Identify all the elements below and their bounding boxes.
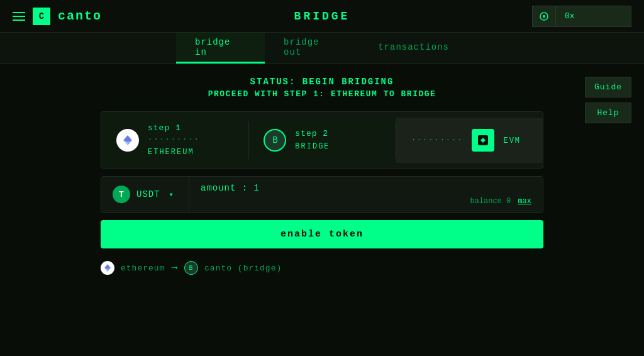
step3-dots-info: ·········	[411, 136, 464, 145]
bridge-step-icon: B	[264, 129, 286, 152]
tabs-bar: bridge in bridge out transactions	[0, 33, 644, 64]
balance-row: balance 0 max	[201, 197, 531, 206]
arrow-right-icon: →	[171, 262, 178, 274]
hamburger-icon[interactable]	[13, 12, 25, 21]
step1-info: step 1 ········· ETHEREUM	[148, 123, 200, 157]
max-button[interactable]: max	[518, 197, 531, 206]
help-button[interactable]: Help	[585, 103, 631, 123]
wallet-address[interactable]: 0x	[556, 6, 631, 27]
route-to: canto (bridge)	[204, 264, 282, 273]
status-line1: STATUS: BEGIN BRIDGING	[101, 77, 543, 87]
header-left: C canto	[13, 8, 102, 25]
header: C canto BRIDGE 0x	[0, 0, 644, 33]
tab-bridge-in[interactable]: bridge in	[176, 33, 265, 64]
page-title: BRIDGE	[294, 10, 350, 23]
bridge-route-icon: B	[184, 261, 198, 275]
chevron-down-icon: ▾	[169, 190, 174, 199]
step2-label: step 2	[295, 129, 330, 138]
token-icon: T	[113, 186, 130, 203]
step3-info: EVM	[503, 135, 521, 145]
bottom-route: ethereum → B canto (bridge)	[101, 259, 543, 275]
amount-box: amount : 1 balance 0 max	[189, 177, 543, 212]
token-name: USDT	[136, 189, 160, 199]
step2-block: B step 2 BRIDGE	[248, 118, 395, 163]
step2-name: BRIDGE	[295, 142, 330, 151]
step3-name: EVM	[503, 136, 521, 145]
amount-label: amount : 1	[201, 183, 531, 193]
step1-name: ETHEREUM	[148, 148, 200, 157]
tab-transactions[interactable]: transactions	[359, 33, 468, 64]
balance-text: balance 0	[470, 197, 511, 206]
token-selector[interactable]: T USDT ▾	[101, 177, 189, 212]
side-buttons: Guide Help	[585, 77, 631, 123]
wallet-section: 0x	[532, 6, 631, 27]
logo-text: canto	[58, 9, 102, 23]
wallet-icon[interactable]	[532, 6, 556, 27]
main-content: Guide Help STATUS: BEGIN BRIDGING PROCEE…	[0, 64, 644, 356]
enable-token-button[interactable]: enable token	[101, 220, 543, 248]
route-from: ethereum	[121, 264, 165, 273]
logo-icon: C	[33, 8, 50, 25]
guide-button[interactable]: Guide	[585, 77, 631, 97]
step1-block: step 1 ········· ETHEREUM	[101, 112, 248, 168]
eth-route-icon	[101, 261, 114, 275]
step1-dots: ·········	[148, 135, 200, 144]
status-section: STATUS: BEGIN BRIDGING PROCEED WITH STEP…	[101, 77, 543, 99]
step3-dots: ·········	[411, 136, 464, 145]
step1-label: step 1	[148, 123, 200, 133]
evm-icon	[472, 129, 494, 152]
token-row: T USDT ▾ amount : 1 balance 0 max	[101, 176, 543, 213]
tab-bridge-out[interactable]: bridge out	[265, 33, 359, 64]
steps-card: step 1 ········· ETHEREUM B step 2 BRIDG…	[101, 111, 543, 169]
svg-point-1	[543, 15, 545, 18]
status-line2: PROCEED WITH STEP 1: ETHEREUM TO BRIDGE	[101, 89, 543, 99]
step3-block: ········· EVM	[396, 118, 543, 163]
step2-info: step 2 BRIDGE	[295, 129, 330, 151]
ethereum-icon	[116, 129, 139, 152]
